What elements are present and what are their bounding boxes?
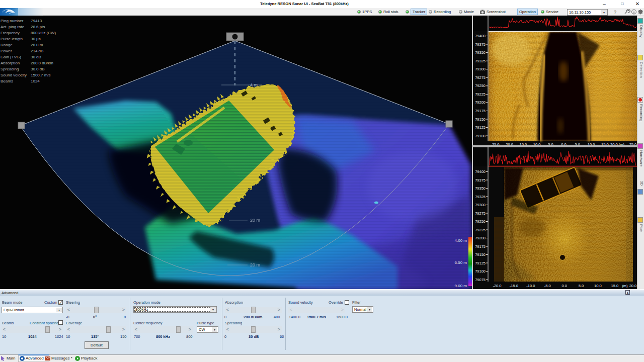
svg-text:4.00 m: 4.00 m <box>455 238 467 243</box>
svg-text:(m): (m) <box>622 284 628 288</box>
svg-text:79300: 79300 <box>475 67 486 71</box>
svg-text:79200: 79200 <box>475 100 486 105</box>
svg-text:79100: 79100 <box>475 269 486 274</box>
svg-text:79075: 79075 <box>475 278 486 282</box>
svg-text:79150: 79150 <box>475 117 486 122</box>
svg-text:-5.0: -5.0 <box>544 284 551 288</box>
svg-text:15.0: 15.0 <box>611 284 618 288</box>
svg-text:79125: 79125 <box>475 261 486 265</box>
svg-text:4 m: 4 m <box>250 82 258 87</box>
svg-text:79125: 79125 <box>475 125 486 130</box>
svg-text:79375: 79375 <box>475 42 486 47</box>
svg-text:20 m: 20 m <box>250 218 260 223</box>
svg-text:79400: 79400 <box>475 169 486 174</box>
svg-text:79325: 79325 <box>475 59 486 63</box>
svg-text:79350: 79350 <box>475 186 486 191</box>
svg-text:79400: 79400 <box>475 34 486 38</box>
svg-text:0.0: 0.0 <box>561 284 567 288</box>
svg-text:79100: 79100 <box>475 134 486 138</box>
svg-text:79250: 79250 <box>475 83 486 88</box>
svg-text:79375: 79375 <box>475 178 486 183</box>
svg-text:79175: 79175 <box>475 244 486 249</box>
svg-text:-15.0: -15.0 <box>510 284 518 288</box>
svg-text:79350: 79350 <box>475 50 486 55</box>
svg-text:9.00 m: 9.00 m <box>455 284 467 288</box>
svg-text:20.0: 20.0 <box>629 284 637 288</box>
svg-text:5.0: 5.0 <box>579 284 584 288</box>
svg-text:79225: 79225 <box>475 92 486 97</box>
svg-text:79325: 79325 <box>475 195 486 199</box>
svg-text:79275: 79275 <box>475 211 486 216</box>
svg-text:79175: 79175 <box>475 109 486 113</box>
svg-text:79150: 79150 <box>475 252 486 257</box>
svg-text:79225: 79225 <box>475 228 486 232</box>
svg-text:79200: 79200 <box>475 236 486 240</box>
svg-text:79300: 79300 <box>475 203 486 207</box>
svg-text:-20.0: -20.0 <box>493 284 501 288</box>
svg-text:20 m: 20 m <box>250 262 260 267</box>
svg-text:79250: 79250 <box>475 219 486 224</box>
svg-text:79275: 79275 <box>475 75 486 80</box>
svg-text:10.0: 10.0 <box>594 284 602 288</box>
svg-text:6.50 m: 6.50 m <box>455 260 467 265</box>
svg-text:-10.0: -10.0 <box>526 284 535 288</box>
